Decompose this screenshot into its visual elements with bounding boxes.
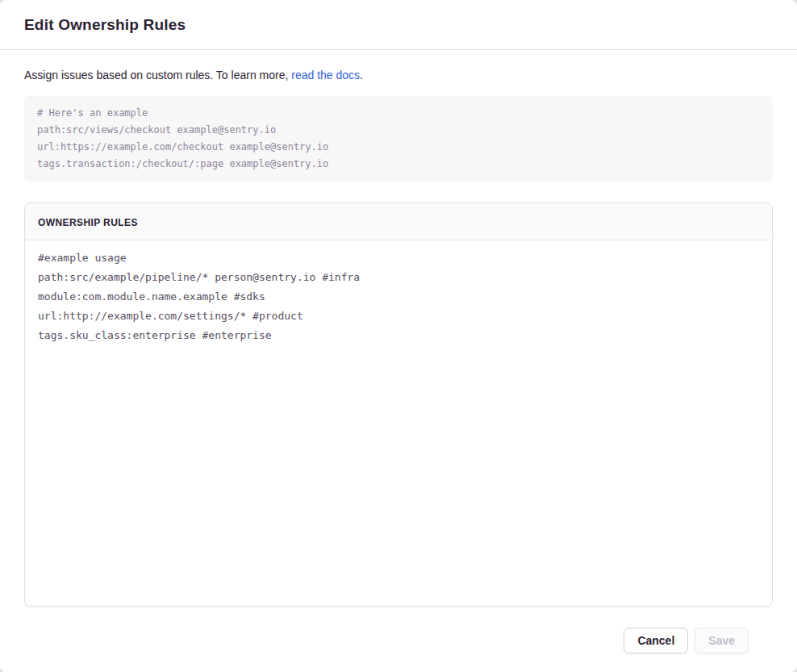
example-code-block: # Here's an example path:src/views/check… [24,96,773,182]
ownership-rules-textarea[interactable]: #example usage path:src/example/pipeline… [25,240,772,606]
description-text: Assign issues based on custom rules. To … [24,69,291,81]
modal-footer: Cancel Save [24,607,773,653]
read-the-docs-link[interactable]: read the docs [291,69,360,81]
cancel-button[interactable]: Cancel [624,628,688,653]
description-period: . [360,69,363,81]
ownership-rules-panel-header: OWNERSHIP RULES [25,203,772,240]
ownership-rules-panel: OWNERSHIP RULES #example usage path:src/… [24,202,773,607]
page-title: Edit Ownership Rules [24,16,186,34]
modal-header: Edit Ownership Rules [0,0,797,50]
description: Assign issues based on custom rules. To … [24,68,773,83]
edit-ownership-rules-modal: Edit Ownership Rules Assign issues based… [0,0,797,672]
modal-body: Assign issues based on custom rules. To … [0,50,797,653]
save-button[interactable]: Save [695,628,749,653]
ownership-rules-panel-title: OWNERSHIP RULES [38,217,138,228]
